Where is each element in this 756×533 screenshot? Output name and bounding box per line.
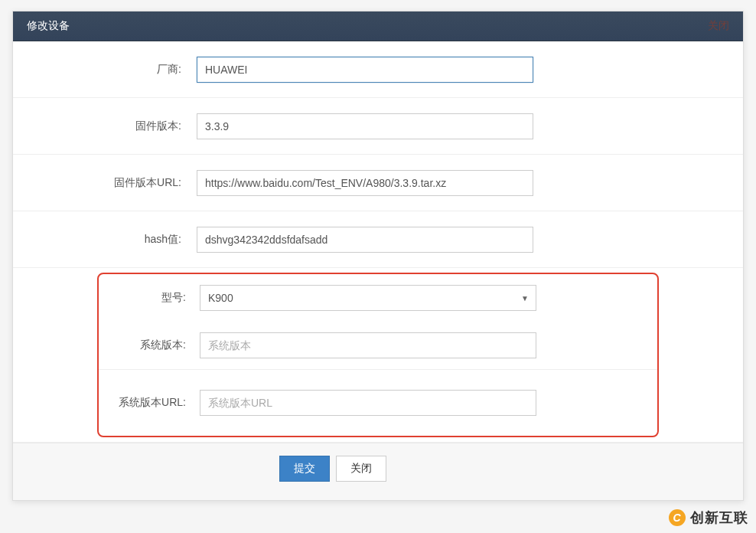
input-sys-version[interactable] xyxy=(200,332,536,358)
watermark: C 创新互联 xyxy=(669,508,748,527)
label-hash: hash值: xyxy=(36,233,197,247)
edit-device-modal: 修改设备 关闭 厂商: 固件版本: 固件版本URL: hash值: 型号: xyxy=(12,11,744,501)
row-model: 型号: K900 ▼ xyxy=(99,274,657,322)
row-firmware-version: 固件版本: xyxy=(13,98,743,155)
input-vendor[interactable] xyxy=(197,57,533,83)
close-button[interactable]: 关闭 xyxy=(336,456,386,482)
label-vendor: 厂商: xyxy=(36,63,197,77)
highlighted-section-wrapper: 型号: K900 ▼ 系统版本: 系统版本URL: xyxy=(13,273,743,443)
row-hash: hash值: xyxy=(13,211,743,268)
input-sys-version-url[interactable] xyxy=(200,390,536,416)
label-sys-version: 系统版本: xyxy=(99,338,200,352)
modal-header: 修改设备 关闭 xyxy=(13,11,743,41)
modal-title: 修改设备 xyxy=(27,19,70,33)
watermark-icon: C xyxy=(669,509,686,526)
select-model[interactable]: K900 xyxy=(200,285,536,311)
watermark-text: 创新互联 xyxy=(690,508,748,527)
input-firmware-version[interactable] xyxy=(197,113,533,139)
row-vendor: 厂商: xyxy=(13,41,743,98)
label-firmware-url: 固件版本URL: xyxy=(36,176,197,190)
row-firmware-url: 固件版本URL: xyxy=(13,155,743,211)
close-link[interactable]: 关闭 xyxy=(708,19,729,33)
input-firmware-url[interactable] xyxy=(197,170,533,196)
label-firmware-version: 固件版本: xyxy=(36,119,197,133)
label-sys-version-url: 系统版本URL: xyxy=(99,396,200,410)
submit-button[interactable]: 提交 xyxy=(279,456,330,482)
highlighted-section: 型号: K900 ▼ 系统版本: 系统版本URL: xyxy=(97,273,659,437)
input-hash[interactable] xyxy=(197,227,533,253)
modal-footer: 提交 关闭 xyxy=(13,443,743,500)
row-sys-version: 系统版本: xyxy=(99,322,657,369)
select-wrap-model: K900 ▼ xyxy=(200,285,536,311)
modal-body: 厂商: 固件版本: 固件版本URL: hash值: 型号: K900 xyxy=(13,41,743,443)
row-sys-version-url: 系统版本URL: xyxy=(99,370,657,436)
label-model: 型号: xyxy=(99,291,200,305)
